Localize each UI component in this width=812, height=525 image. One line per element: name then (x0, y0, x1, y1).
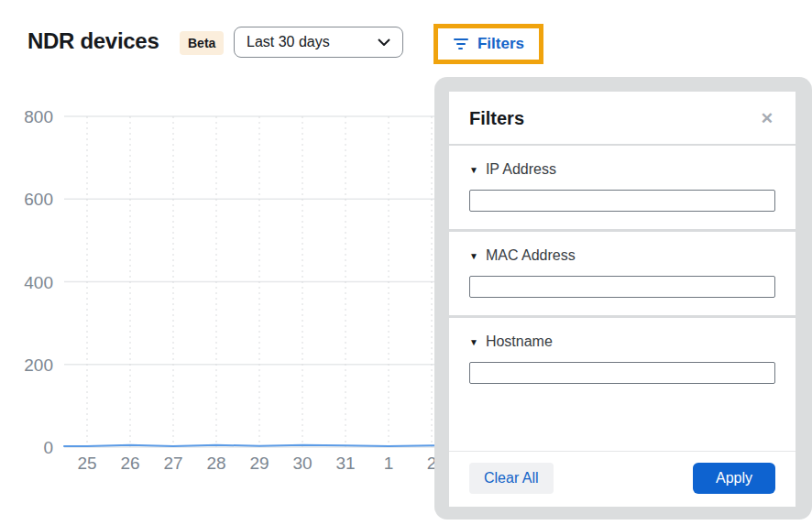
filter-section: ▼ Hostname (449, 318, 796, 401)
filters-button-label: Filters (477, 35, 524, 53)
filter-section-input[interactable] (469, 276, 775, 298)
filter-funnel-icon (453, 38, 469, 49)
y-axis-label: 800 (24, 107, 53, 126)
filters-panel-header: Filters ✕ (449, 92, 796, 146)
filters-panel: Filters ✕ ▼ IP Address ▼ MAC Address ▼ H… (449, 92, 796, 507)
panel-spacer (449, 401, 796, 451)
filter-section-label: IP Address (486, 161, 556, 178)
x-axis-label: 27 (163, 454, 182, 473)
collapse-triangle-icon: ▼ (469, 337, 478, 347)
filter-section-header[interactable]: ▼ IP Address (469, 161, 775, 178)
collapse-triangle-icon: ▼ (469, 165, 478, 175)
filters-panel-footer: Clear All Apply (449, 451, 796, 507)
filters-panel-title: Filters (469, 108, 524, 129)
filter-section-input[interactable] (469, 190, 775, 212)
page-title: NDR devices (27, 28, 159, 54)
apply-button[interactable]: Apply (693, 463, 775, 494)
filter-section-label: MAC Address (486, 247, 576, 264)
filters-panel-overlay: Filters ✕ ▼ IP Address ▼ MAC Address ▼ H… (434, 77, 812, 520)
time-range-value: Last 30 days (247, 34, 330, 50)
ndr-devices-page: NDR devices Beta Last 30 days 8006004002… (0, 0, 812, 525)
x-axis-label: 28 (206, 454, 225, 473)
y-axis-label: 600 (24, 190, 53, 209)
x-axis-label: 25 (77, 454, 96, 473)
time-range-select[interactable]: Last 30 days (234, 27, 403, 58)
x-axis-label: 1 (384, 454, 394, 473)
collapse-triangle-icon: ▼ (469, 251, 478, 261)
filter-section-label: Hostname (486, 334, 553, 350)
filters-button-highlight-box: Filters (433, 24, 543, 64)
filter-section: ▼ IP Address (449, 146, 796, 232)
filter-section-header[interactable]: ▼ MAC Address (469, 247, 775, 264)
y-axis-label: 400 (24, 273, 53, 292)
x-axis-label: 30 (292, 454, 312, 473)
filter-sections: ▼ IP Address ▼ MAC Address ▼ Hostname (449, 146, 796, 401)
x-axis-label: 26 (120, 454, 139, 473)
filters-button[interactable]: Filters (438, 28, 539, 60)
x-axis-label: 31 (335, 454, 355, 473)
chevron-down-icon (378, 38, 390, 46)
clear-all-button[interactable]: Clear All (469, 463, 554, 494)
filter-section-input[interactable] (469, 362, 775, 384)
y-axis-label: 0 (43, 438, 53, 457)
beta-badge: Beta (180, 31, 224, 55)
filter-section: ▼ MAC Address (449, 232, 796, 318)
filter-section-header[interactable]: ▼ Hostname (469, 334, 775, 350)
close-icon[interactable]: ✕ (759, 109, 775, 128)
y-axis-label: 200 (24, 355, 53, 375)
x-axis-label: 29 (249, 454, 269, 473)
